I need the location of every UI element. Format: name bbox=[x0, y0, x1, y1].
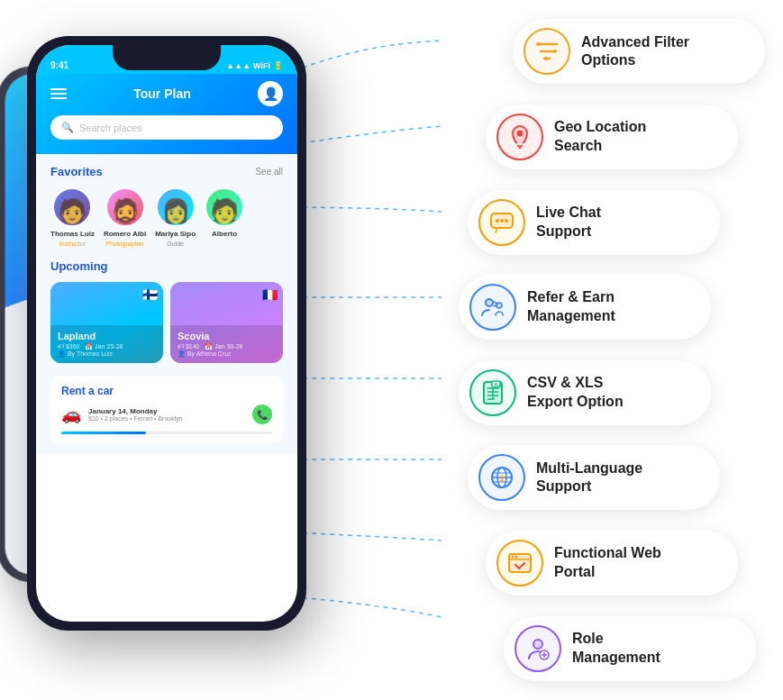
status-time: 9:41 bbox=[50, 60, 68, 70]
app-header: Tour Plan 👤 🔍 Search places bbox=[36, 74, 297, 154]
feature-csv-xls: XLS CSV & XLSExport Option bbox=[459, 360, 711, 425]
refer-earn-icon bbox=[469, 284, 516, 331]
fav-role-3: Guide bbox=[167, 241, 184, 247]
rent-date: January 14, Monday bbox=[88, 407, 245, 415]
feature-role-management: RoleManagement bbox=[504, 616, 756, 681]
trip-detail-lapland: 🏷 $360 📅 Jan 25-28 bbox=[58, 343, 156, 350]
trip-name-scovia: Scovia bbox=[178, 331, 276, 341]
advanced-filter-icon bbox=[524, 28, 570, 75]
upcoming-header: Upcoming bbox=[50, 259, 283, 273]
svg-point-7 bbox=[496, 219, 499, 223]
csv-xls-label: CSV & XLSExport Option bbox=[527, 374, 624, 412]
multi-language-label: Multi-LanguageSupport bbox=[536, 459, 642, 497]
search-input[interactable]: Search places bbox=[79, 123, 142, 133]
header-avatar[interactable]: 👤 bbox=[258, 81, 283, 106]
favorites-row: 🧑 Thomas Luiz Instructor 🧔 Romero Albi P… bbox=[50, 187, 283, 247]
see-all-favorites[interactable]: See all bbox=[255, 167, 283, 177]
svg-text:文: 文 bbox=[498, 474, 505, 483]
car-icon: 🚗 bbox=[61, 405, 81, 424]
svg-point-33 bbox=[515, 556, 518, 559]
web-portal-label: Functional WebPortal bbox=[554, 544, 661, 582]
trip-flag-lapland: 🇫🇮 bbox=[142, 287, 158, 302]
phone-mockup: 9:41 ▲▲▲ WiFi 🔋 Tour Plan 👤 bbox=[27, 36, 333, 667]
multi-language-icon: 文 bbox=[478, 454, 525, 501]
feature-refer-earn: Refer & EarnManagement bbox=[459, 275, 711, 340]
status-icons: ▲▲▲ WiFi 🔋 bbox=[226, 61, 283, 70]
svg-point-0 bbox=[537, 42, 541, 46]
fav-name-2: Romero Albi bbox=[104, 230, 146, 238]
live-chat-label: Live ChatSupport bbox=[536, 204, 601, 241]
fav-name-1: Thomas Luiz bbox=[50, 230, 95, 238]
fav-item-2[interactable]: 🧔 Romero Albi Photographer bbox=[104, 187, 146, 247]
upcoming-cards: 🇫🇮 Lapland 🏷 $360 📅 Jan 25-28 👤 By Thoma… bbox=[50, 282, 283, 363]
upcoming-title: Upcoming bbox=[50, 259, 108, 273]
trip-detail-scovia: 🏷 $140 📅 Jan 30-28 bbox=[178, 343, 276, 350]
trip-card-lapland[interactable]: 🇫🇮 Lapland 🏷 $360 📅 Jan 25-28 👤 By Thoma… bbox=[50, 282, 163, 363]
svg-point-9 bbox=[505, 219, 508, 223]
favorites-header: Favorites See all bbox=[50, 165, 283, 178]
progress-bar bbox=[61, 432, 272, 434]
role-management-label: RoleManagement bbox=[572, 630, 660, 668]
call-button[interactable]: 📞 bbox=[252, 405, 272, 424]
app-content: Favorites See all 🧑 Thomas Luiz Instruct… bbox=[36, 154, 297, 454]
main-container: .dline { stroke: #5bb8f5; stroke-width: … bbox=[0, 0, 783, 700]
live-chat-icon bbox=[478, 199, 525, 246]
fav-name-4: Alberto bbox=[212, 230, 237, 238]
svg-point-2 bbox=[544, 57, 548, 60]
fav-name-3: Mariya Sipo bbox=[155, 230, 196, 238]
trip-flag-scovia: 🇫🇷 bbox=[262, 287, 278, 302]
role-management-icon bbox=[514, 625, 561, 672]
feature-web-portal: Functional WebPortal bbox=[486, 531, 738, 595]
rent-details: $10 • 2 places • Ferrari • Brooklyn bbox=[88, 415, 245, 422]
web-portal-icon bbox=[496, 540, 543, 586]
svg-point-3 bbox=[517, 130, 524, 136]
trip-guide-lapland: 👤 By Thomas Luiz bbox=[58, 350, 156, 358]
csv-xls-icon: XLS bbox=[469, 369, 516, 416]
geo-location-icon bbox=[496, 114, 543, 160]
feature-geo-location: Geo LocationSearch bbox=[486, 105, 738, 169]
favorites-title: Favorites bbox=[50, 165, 103, 178]
rent-section: Rent a car 🚗 January 14, Monday $10 • 2 … bbox=[50, 376, 283, 443]
features-panel: Advanced FilterOptions Geo LocationSearc… bbox=[459, 0, 765, 700]
feature-live-chat: Live ChatSupport bbox=[468, 190, 720, 255]
fav-item-1[interactable]: 🧑 Thomas Luiz Instructor bbox=[50, 187, 95, 247]
trip-name-lapland: Lapland bbox=[58, 331, 156, 341]
advanced-filter-label: Advanced FilterOptions bbox=[581, 33, 689, 71]
svg-point-8 bbox=[500, 219, 504, 223]
fav-item-3[interactable]: 👩 Mariya Sipo Guide bbox=[155, 187, 196, 247]
search-icon: 🔍 bbox=[61, 122, 74, 133]
svg-point-1 bbox=[553, 50, 557, 53]
trip-guide-scovia: 👤 By Athena Cruz bbox=[178, 350, 276, 358]
menu-icon[interactable] bbox=[50, 88, 67, 99]
fav-role-1: Instructor bbox=[59, 241, 86, 247]
refer-earn-label: Refer & EarnManagement bbox=[527, 288, 615, 326]
progress-fill bbox=[61, 432, 146, 434]
svg-point-32 bbox=[512, 556, 514, 559]
svg-text:XLS: XLS bbox=[494, 382, 503, 387]
fav-role-2: Photographer bbox=[105, 241, 143, 247]
rent-item: 🚗 January 14, Monday $10 • 2 places • Fe… bbox=[61, 405, 272, 424]
app-title: Tour Plan bbox=[133, 86, 191, 101]
feature-advanced-filter: Advanced FilterOptions bbox=[513, 19, 765, 84]
search-bar[interactable]: 🔍 Search places bbox=[50, 115, 283, 140]
geo-location-label: Geo LocationSearch bbox=[554, 118, 646, 156]
svg-rect-4 bbox=[515, 143, 524, 145]
trip-card-scovia[interactable]: 🇫🇷 Scovia 🏷 $140 📅 Jan 30-28 👤 By Athena… bbox=[170, 282, 283, 363]
phone-notch bbox=[113, 45, 221, 70]
feature-multi-language: 文 Multi-LanguageSupport bbox=[468, 445, 720, 510]
rent-title: Rent a car bbox=[61, 385, 272, 397]
fav-item-4[interactable]: 🧑 Alberto bbox=[205, 187, 244, 247]
